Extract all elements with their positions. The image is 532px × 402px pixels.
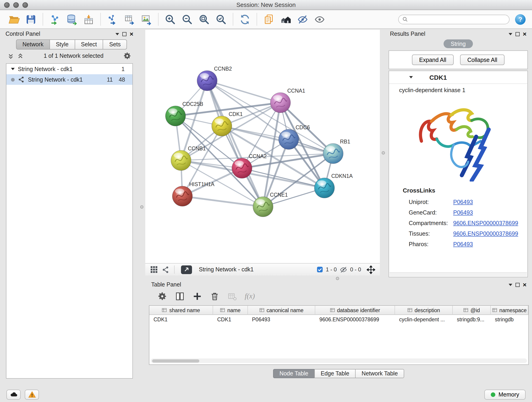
protein-section-header[interactable]: CDK1 [389,71,527,84]
network-collection-row[interactable]: String Network - cdk1 1 [6,64,133,74]
export-network-button[interactable] [105,12,120,26]
tab-select[interactable]: Select [75,39,103,50]
column-header[interactable]: namespace [491,306,528,315]
string-share-button[interactable] [162,266,170,274]
crosslink-tissues-link[interactable]: 9606.ENSP00000378699 [453,230,518,237]
string-results-tab[interactable]: String [443,39,473,48]
tab-network-table[interactable]: Network Table [355,369,404,378]
splitter-handle[interactable] [336,277,339,280]
minimize-window-button[interactable] [13,2,19,7]
table-cell[interactable]: 9606.ENSP00000378699 [315,315,395,324]
import-table-file-button[interactable] [82,12,96,26]
column-header[interactable]: name [213,306,248,315]
scrollbar-thumb[interactable] [152,359,199,362]
table-cell[interactable]: stringdb:9... [453,315,491,324]
tab-style[interactable]: Style [50,39,75,50]
export-image-button[interactable] [139,12,153,26]
close-panel-button[interactable]: × [523,31,526,37]
show-columns-button[interactable] [175,291,185,301]
network-edge[interactable] [207,81,280,103]
double-chevron-down-icon [7,52,14,59]
delete-column-button[interactable] [210,291,220,301]
float-panel-button[interactable] [122,32,127,36]
save-session-button[interactable] [24,12,38,26]
tab-network[interactable]: Network [16,39,50,50]
expand-all-networks-button[interactable] [7,52,14,59]
search-input[interactable] [410,17,505,22]
collapse-all-networks-button[interactable] [17,52,24,59]
network-canvas[interactable]: CCNB2CCNA1CDC25BCDK1CDC6RB1CCNB1CCNA2CDK… [145,30,380,263]
panel-menu-button[interactable] [509,33,512,35]
copy-button[interactable] [262,12,276,26]
splitter-handle[interactable] [382,151,385,154]
close-panel-button[interactable]: × [523,281,526,288]
refresh-view-button[interactable] [238,12,252,26]
function-builder-button[interactable]: f(x) [245,292,255,300]
table-cell[interactable]: CDK1 [213,315,248,324]
table-cell[interactable]: stringdb [491,315,528,324]
crosslink-uniprot-link[interactable]: P06493 [453,199,473,205]
expand-all-button[interactable]: Expand All [412,55,454,65]
network-node-rb1[interactable]: RB1 [323,139,350,164]
warnings-button[interactable] [25,390,39,400]
network-node-ccna1[interactable]: CCNA1 [270,88,305,113]
network-edge[interactable] [207,81,263,207]
export-table-button[interactable] [122,12,137,26]
crosslinks-heading: CrossLinks [389,182,527,197]
open-session-button[interactable] [7,12,21,26]
home-view-button[interactable] [279,12,293,26]
crosslink-pharos-link[interactable]: P06493 [453,241,473,247]
cloud-status-button[interactable] [6,390,21,400]
zoom-in-button[interactable] [163,12,177,26]
add-column-button[interactable] [192,291,202,301]
splitter-handle[interactable] [140,205,143,209]
results-scrollbar[interactable] [389,272,527,276]
zoom-selected-button[interactable] [214,12,228,26]
fx-icon: f(x) [245,292,255,300]
close-panel-button[interactable]: × [130,31,133,37]
panel-menu-button[interactable] [509,283,512,286]
collapse-all-button[interactable]: Collapse All [460,55,505,65]
column-header[interactable]: database identifier [315,306,395,315]
tab-node-table[interactable]: Node Table [273,369,315,378]
hide-selected-button[interactable] [296,12,310,26]
table-cell[interactable]: cyclin-dependent ... [395,315,453,324]
table-cell[interactable]: CDK1 [149,315,213,324]
network-row-selected[interactable]: String Network - cdk1 11 48 [6,74,133,85]
table-options-button[interactable] [158,291,167,301]
zoom-fit-button[interactable] [197,12,211,26]
column-header[interactable]: canonical name [248,306,315,315]
crosslink-compartments-link[interactable]: 9606.ENSP00000378699 [453,220,518,226]
open-view-button[interactable] [181,265,192,274]
network-options-button[interactable] [123,52,132,60]
collection-count: 1 [121,66,128,72]
network-node-cdk1[interactable]: CDK1 [212,111,243,136]
float-panel-button[interactable] [515,32,520,36]
close-window-button[interactable] [4,2,10,7]
pan-mode-button[interactable] [367,265,375,274]
birds-eye-view-button[interactable] [150,265,158,274]
column-header[interactable]: shared name [149,306,213,315]
tab-edge-table[interactable]: Edge Table [314,369,356,378]
table-cell[interactable]: P06493 [248,315,315,324]
float-panel-button[interactable] [515,283,520,287]
delete-table-button-disabled[interactable] [227,291,237,301]
column-header[interactable]: @id [453,306,491,315]
zoom-out-button[interactable] [180,12,194,26]
zoom-window-button[interactable] [22,2,28,7]
help-button[interactable]: ? [515,14,526,25]
crosslink-genecard-link[interactable]: P06493 [453,209,473,216]
horizontal-scrollbar[interactable] [151,358,527,363]
network-node-hist1h1a[interactable]: HIST1H1A [172,181,215,206]
import-network-database-button[interactable] [65,12,79,26]
network-node-ccnb1[interactable]: CCNB1 [171,146,206,171]
network-node-cdkn1a[interactable]: CDKN1A [314,173,353,198]
import-network-file-button[interactable] [48,12,62,26]
show-all-button[interactable] [312,12,327,26]
memory-button[interactable]: Memory [484,390,526,400]
tab-sets[interactable]: Sets [103,39,127,50]
network-edge[interactable] [182,196,263,207]
panel-menu-button[interactable] [115,33,119,35]
network-graph[interactable]: CCNB2CCNA1CDC25BCDK1CDC6RB1CCNB1CCNA2CDK… [145,30,380,263]
column-header[interactable]: description [395,306,453,315]
